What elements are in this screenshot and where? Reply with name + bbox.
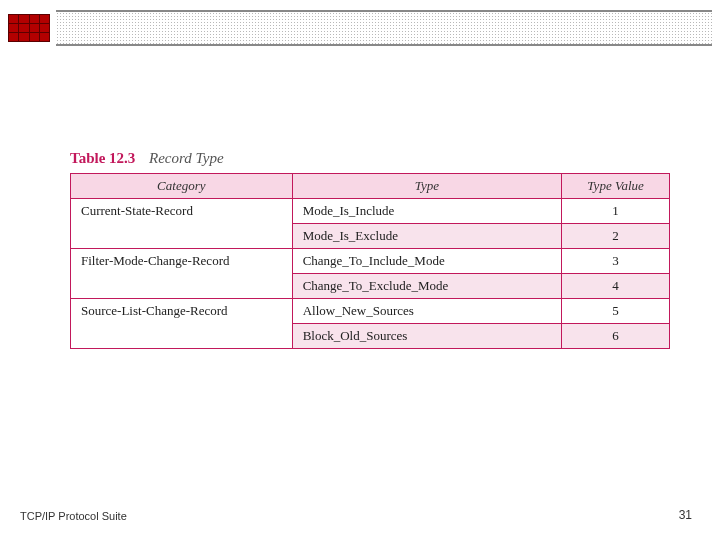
cell-value: 1	[562, 199, 670, 224]
header-value: Type Value	[562, 174, 670, 199]
table-header-row: Category Type Type Value	[71, 174, 670, 199]
cell-category: Filter-Mode-Change-Record	[71, 249, 293, 299]
cell-value: 2	[562, 224, 670, 249]
logo-icon	[8, 14, 50, 42]
cell-type: Mode_Is_Include	[292, 199, 562, 224]
cell-type: Change_To_Exclude_Mode	[292, 274, 562, 299]
table-row: Filter-Mode-Change-Record Change_To_Incl…	[71, 249, 670, 274]
record-type-table: Category Type Type Value Current-State-R…	[70, 173, 670, 349]
header-bar	[8, 8, 712, 48]
slide-content: Table 12.3 Record Type Category Type Typ…	[70, 150, 670, 349]
table-row: Current-State-Record Mode_Is_Include 1	[71, 199, 670, 224]
cell-type: Allow_New_Sources	[292, 299, 562, 324]
cell-value: 5	[562, 299, 670, 324]
cell-value: 3	[562, 249, 670, 274]
footer-text: TCP/IP Protocol Suite	[20, 510, 127, 522]
cell-type: Change_To_Include_Mode	[292, 249, 562, 274]
cell-type: Mode_Is_Exclude	[292, 224, 562, 249]
table-number: Table 12.3	[70, 150, 135, 166]
table-caption-text: Record Type	[149, 150, 224, 166]
cell-category: Source-List-Change-Record	[71, 299, 293, 349]
table-row: Source-List-Change-Record Allow_New_Sour…	[71, 299, 670, 324]
header-divider	[56, 10, 712, 46]
header-type: Type	[292, 174, 562, 199]
header-category: Category	[71, 174, 293, 199]
cell-type: Block_Old_Sources	[292, 324, 562, 349]
cell-value: 4	[562, 274, 670, 299]
cell-category: Current-State-Record	[71, 199, 293, 249]
cell-value: 6	[562, 324, 670, 349]
page-number: 31	[679, 508, 692, 522]
table-caption: Table 12.3 Record Type	[70, 150, 670, 167]
